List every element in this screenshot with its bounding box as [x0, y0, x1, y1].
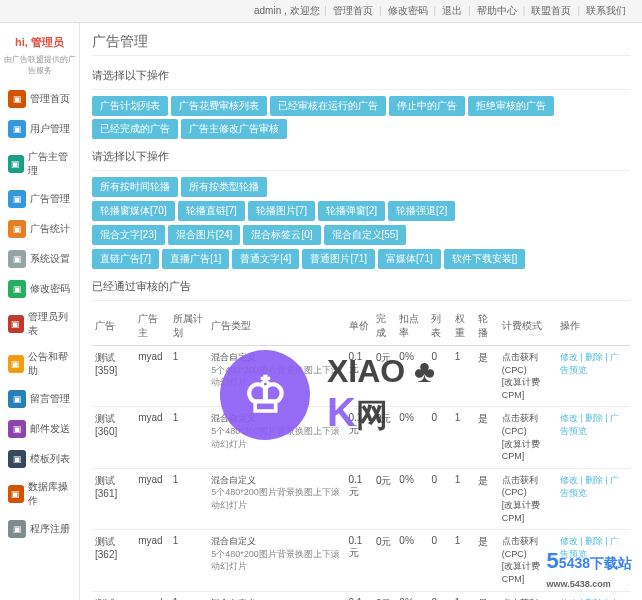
nav-item-0[interactable]: ▣ 管理首页 [0, 84, 79, 114]
tab-button[interactable]: 普通图片[71] [302, 249, 375, 269]
tab-button[interactable]: 轮播直链[7] [178, 201, 245, 221]
cell-rate: 0% [396, 407, 428, 468]
nav-label: 广告主管理 [28, 150, 71, 178]
nav-item-2[interactable]: ▣ 广告主管理 [0, 144, 79, 184]
tab-button[interactable]: 所有按类型轮播 [181, 177, 267, 197]
cell-owner: myad [135, 346, 170, 407]
tab-button[interactable]: 混合文字[23] [92, 225, 165, 245]
nav-icon: ▣ [8, 220, 26, 238]
topbar-link[interactable]: 管理首页 [333, 5, 373, 16]
tab-button[interactable]: 广告计划列表 [92, 96, 168, 116]
nav-label: 系统设置 [30, 252, 70, 266]
greeting-title: hi, 管理员 [0, 31, 79, 54]
nav-item-8[interactable]: ▣ 公告和帮助 [0, 344, 79, 384]
topbar-user: admin [254, 5, 281, 16]
table-header: 计费模式 [499, 307, 557, 346]
cell-mode: 点击获利(CPC)[改算计费CPM] [499, 346, 557, 407]
table-header: 广告类型 [208, 307, 345, 346]
tab-button[interactable]: 广告主修改广告审核 [181, 119, 287, 139]
nav-label: 留言管理 [30, 392, 70, 406]
tab-button[interactable]: 普通文字[4] [232, 249, 299, 269]
cell-weight: 1 [452, 591, 475, 600]
cell-list: 0 [428, 346, 451, 407]
cell-actions[interactable]: 修改 | 删除 | 广告预览 [557, 591, 630, 600]
cell-owner: myad [135, 407, 170, 468]
cell-plan: 1 [170, 530, 208, 591]
cell-type: 混合自定义5个480*200图片背景换图上下滚动幻灯片 [208, 530, 345, 591]
cell-id[interactable]: 测试[362] [92, 530, 135, 591]
tab-button[interactable]: 混合标签云[0] [243, 225, 320, 245]
topbar-link[interactable]: 联盟首页 [531, 5, 571, 16]
tab-button[interactable]: 轮播图片[7] [248, 201, 315, 221]
tab-button[interactable]: 停止中的广告 [389, 96, 465, 116]
tab-button[interactable]: 软件下载安装[] [444, 249, 526, 269]
cell-id[interactable]: 测试[363] [92, 591, 135, 600]
nav-label: 程序注册 [30, 522, 70, 536]
nav-icon: ▣ [8, 120, 26, 138]
nav-item-3[interactable]: ▣ 广告管理 [0, 184, 79, 214]
nav-item-1[interactable]: ▣ 用户管理 [0, 114, 79, 144]
nav-label: 数据库操作 [28, 480, 71, 508]
cell-type: 混合自定义5个480 [208, 591, 345, 600]
tab-button[interactable]: 轮播强退[2] [388, 201, 455, 221]
cell-mode: 点击获利(CPC)[改算计费CPM] [499, 591, 557, 600]
cell-id[interactable]: 测试[360] [92, 407, 135, 468]
tab-button[interactable]: 拒绝审核的广告 [468, 96, 554, 116]
cell-plan: 1 [170, 468, 208, 529]
tab-button[interactable]: 直链广告[7] [92, 249, 159, 269]
table-row: 测试[363] myad 1 混合自定义5个480 0.1元 0元 0% 0 1… [92, 591, 630, 600]
nav-item-11[interactable]: ▣ 模板列表 [0, 444, 79, 474]
cell-list: 0 [428, 468, 451, 529]
table-header: 权重 [452, 307, 475, 346]
cell-plan: 1 [170, 591, 208, 600]
cell-actions[interactable]: 修改 | 删除 | 广告预览 [557, 346, 630, 407]
cell-done: 0元 [373, 407, 396, 468]
table-header: 广告主 [135, 307, 170, 346]
cell-actions[interactable]: 修改 | 删除 | 广告预览 [557, 407, 630, 468]
table-row: 测试[359] myad 1 混合自定义5个480*200图片背景换图上下滚动幻… [92, 346, 630, 407]
cell-rate: 0% [396, 346, 428, 407]
cell-owner: myad [135, 591, 170, 600]
nav-item-7[interactable]: ▣ 管理员列表 [0, 304, 79, 344]
table-header: 单价 [346, 307, 373, 346]
nav-icon: ▣ [8, 90, 26, 108]
nav-item-5[interactable]: ▣ 系统设置 [0, 244, 79, 274]
cell-owner: myad [135, 468, 170, 529]
tab-button[interactable]: 轮播弹窗[2] [318, 201, 385, 221]
cell-list: 0 [428, 530, 451, 591]
nav-item-13[interactable]: ▣ 程序注册 [0, 514, 79, 544]
cell-id[interactable]: 测试[359] [92, 346, 135, 407]
nav-item-9[interactable]: ▣ 留言管理 [0, 384, 79, 414]
nav-label: 广告管理 [30, 192, 70, 206]
tab-button[interactable]: 所有按时间轮播 [92, 177, 178, 197]
nav-item-10[interactable]: ▣ 邮件发送 [0, 414, 79, 444]
cell-owner: myad [135, 530, 170, 591]
tab-button[interactable]: 轮播窗媒体[70] [92, 201, 175, 221]
cell-rate: 0% [396, 468, 428, 529]
tab-button[interactable]: 富媒体[71] [378, 249, 441, 269]
topbar-link[interactable]: 修改密码 [388, 5, 428, 16]
topbar-welcome: 欢迎您 [290, 5, 320, 16]
cell-actions[interactable]: 修改 | 删除 | 广告预览 [557, 468, 630, 529]
tab-button[interactable]: 混合图片[24] [168, 225, 241, 245]
cell-type: 混合自定义5个480*200图片背景换图上下滚动幻灯片 [208, 346, 345, 407]
tab-button[interactable]: 广告花费审核列表 [171, 96, 267, 116]
topbar-link[interactable]: 退出 [442, 5, 462, 16]
topbar-link[interactable]: 帮助中心 [477, 5, 517, 16]
nav-item-6[interactable]: ▣ 修改密码 [0, 274, 79, 304]
cell-loop: 是 [475, 346, 498, 407]
cell-list: 0 [428, 591, 451, 600]
table-header: 操作 [557, 307, 630, 346]
sidebar: hi, 管理员 由广告联盟提供的广告服务 ▣ 管理首页 ▣ 用户管理 ▣ 广告主… [0, 23, 80, 600]
cell-id[interactable]: 测试[361] [92, 468, 135, 529]
footer-logo: 55438下载站 www.5438.com [547, 548, 632, 590]
nav-item-12[interactable]: ▣ 数据库操作 [0, 474, 79, 514]
tab-button[interactable]: 混合自定义[55] [324, 225, 407, 245]
tab-button[interactable]: 直播广告[1] [162, 249, 229, 269]
tab-button[interactable]: 已经完成的广告 [92, 119, 178, 139]
nav-item-4[interactable]: ▣ 广告统计 [0, 214, 79, 244]
nav-label: 广告统计 [30, 222, 70, 236]
tab-button[interactable]: 已经审核在运行的广告 [270, 96, 386, 116]
table-header: 广告 [92, 307, 135, 346]
topbar-link[interactable]: 联系我们 [586, 5, 626, 16]
